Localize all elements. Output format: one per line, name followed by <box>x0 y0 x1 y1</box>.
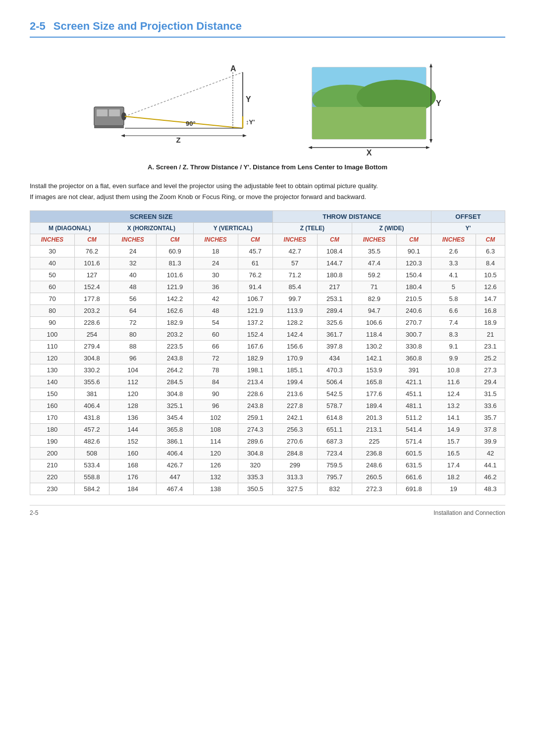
table-cell: 345.4 <box>157 412 193 424</box>
table-cell: 8.3 <box>431 329 476 341</box>
table-cell: 152 <box>109 436 157 448</box>
svg-marker-29 <box>308 146 312 149</box>
table-cell: 198.1 <box>238 364 272 376</box>
table-cell: 110 <box>30 341 75 353</box>
left-diagram: A Y ↕Y' 90° Z <box>89 52 277 156</box>
table-row: 5012740101.63076.271.2180.859.2150.44.11… <box>30 269 505 281</box>
table-cell: 130.2 <box>352 341 396 353</box>
table-cell: 272.3 <box>352 483 396 495</box>
table-cell: 541.4 <box>396 424 431 436</box>
table-cell: 126 <box>193 459 238 471</box>
table-cell: 96 <box>193 400 238 412</box>
table-cell: 9.1 <box>431 341 476 353</box>
table-cell: 40 <box>109 269 157 281</box>
table-cell: 8.4 <box>476 257 505 269</box>
table-cell: 578.7 <box>317 400 352 412</box>
svg-rect-23 <box>312 107 426 139</box>
unit-inches-4: INCHES <box>272 234 317 246</box>
table-cell: 304.8 <box>157 388 193 400</box>
table-cell: 180.4 <box>396 281 431 293</box>
table-cell: 320 <box>238 459 272 471</box>
table-row: 190482.6152386.1114289.6270.6687.3225571… <box>30 436 505 448</box>
svg-text:X: X <box>367 149 372 156</box>
table-cell: 289.6 <box>238 436 272 448</box>
table-cell: 48.3 <box>476 483 505 495</box>
m-diagonal-header: M (DIAGONAL) <box>30 223 109 234</box>
unit-cm-6: CM <box>476 234 505 246</box>
table-cell: 112 <box>109 376 157 388</box>
table-cell: 264.2 <box>157 364 193 376</box>
table-cell: 759.5 <box>317 459 352 471</box>
table-cell: 434 <box>317 353 352 364</box>
table-cell: 72 <box>109 317 157 329</box>
section-number: 2-5 <box>30 20 46 33</box>
table-cell: 227.8 <box>272 400 317 412</box>
table-cell: 12.4 <box>431 388 476 400</box>
table-cell: 114 <box>193 436 238 448</box>
table-cell: 253.1 <box>317 293 352 305</box>
unit-cm-1: CM <box>74 234 109 246</box>
table-row: 210533.4168426.7126320299759.5248.6631.5… <box>30 459 505 471</box>
table-cell: 165.8 <box>352 376 396 388</box>
table-cell: 691.8 <box>396 483 431 495</box>
table-row: 60152.448121.93691.485.421771180.4512.6 <box>30 281 505 293</box>
table-cell: 325.6 <box>317 317 352 329</box>
table-cell: 128 <box>109 400 157 412</box>
table-cell: 160 <box>109 448 157 459</box>
table-cell: 120.3 <box>396 257 431 269</box>
table-cell: 687.3 <box>317 436 352 448</box>
table-cell: 24 <box>193 257 238 269</box>
table-row: 3076.22460.91845.742.7108.435.590.12.66.… <box>30 246 505 257</box>
table-cell: 10.5 <box>476 269 505 281</box>
table-cell: 213.1 <box>352 424 396 436</box>
table-cell: 457.2 <box>74 424 109 436</box>
table-cell: 511.2 <box>396 412 431 424</box>
table-cell: 5 <box>431 281 476 293</box>
table-cell: 243.8 <box>238 400 272 412</box>
table-cell: 270.7 <box>396 317 431 329</box>
table-cell: 130 <box>30 364 75 376</box>
table-cell: 7.4 <box>431 317 476 329</box>
table-cell: 80 <box>109 329 157 341</box>
table-cell: 35.7 <box>476 412 505 424</box>
table-cell: 90 <box>30 317 75 329</box>
y-prime-header: Y' <box>431 223 505 234</box>
table-cell: 120 <box>193 448 238 459</box>
table-cell: 451.1 <box>396 388 431 400</box>
table-cell: 289.4 <box>317 305 352 317</box>
svg-text:90°: 90° <box>186 120 196 127</box>
table-cell: 138 <box>193 483 238 495</box>
table-cell: 44.1 <box>476 459 505 471</box>
table-cell: 260.5 <box>352 471 396 483</box>
table-cell: 33.6 <box>476 400 505 412</box>
table-cell: 29.4 <box>476 376 505 388</box>
table-cell: 82.9 <box>352 293 396 305</box>
table-cell: 78 <box>193 364 238 376</box>
table-cell: 101.6 <box>74 257 109 269</box>
table-row: 130330.2104264.278198.1185.1470.3153.939… <box>30 364 505 376</box>
table-cell: 88 <box>109 341 157 353</box>
table-cell: 99.7 <box>272 293 317 305</box>
unit-inches-3: INCHES <box>193 234 238 246</box>
table-cell: 176 <box>109 471 157 483</box>
table-cell: 106.7 <box>238 293 272 305</box>
footer-left: 2-5 <box>30 509 38 516</box>
table-row: 80203.264162.648121.9113.9289.494.7240.6… <box>30 305 505 317</box>
table-cell: 84 <box>193 376 238 388</box>
table-cell: 481.1 <box>396 400 431 412</box>
table-cell: 248.6 <box>352 459 396 471</box>
unit-cm-2: CM <box>157 234 193 246</box>
table-cell: 128.2 <box>272 317 317 329</box>
table-cell: 167.6 <box>238 341 272 353</box>
table-cell: 335.3 <box>238 471 272 483</box>
unit-inches-5: INCHES <box>352 234 396 246</box>
table-cell: 142.1 <box>352 353 396 364</box>
table-cell: 102 <box>193 412 238 424</box>
table-cell: 76.2 <box>74 246 109 257</box>
table-cell: 189.4 <box>352 400 396 412</box>
table-cell: 81.3 <box>157 257 193 269</box>
table-cell: 223.5 <box>157 341 193 353</box>
page-header: 2-5 Screen Size and Projection Distance <box>30 20 505 38</box>
table-cell: 14.1 <box>431 412 476 424</box>
table-cell: 313.3 <box>272 471 317 483</box>
